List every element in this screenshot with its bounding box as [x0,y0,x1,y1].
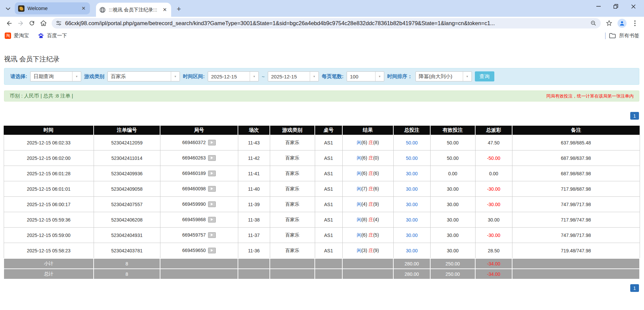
cell-session: 11-36 [238,243,270,259]
url-text[interactable]: 66cxkj98.com/ipl/portal.php/game/betreco… [65,20,590,26]
cell-total-bet[interactable]: 30.00 [393,181,430,197]
cell-result: 闲(6) 庄(8) [342,135,393,150]
cell-time: 2025-12-15 05:58:23 [4,243,94,259]
summary-count: 8 [94,258,160,269]
cell-session: 11-43 [238,135,270,150]
browser-toolbar: 66cxkj98.com/ipl/portal.php/game/betreco… [0,17,644,29]
bet-record-table: 时间注单编号局号场次游戏类别桌号结果总投注有效投注总派彩备注 2025-12-1… [3,126,640,280]
tab-welcome[interactable]: Welcome ✕ [15,2,90,14]
home-icon[interactable] [38,17,49,29]
minimize-button[interactable] [590,0,607,13]
same-round-note: 同局有效投注，统一计算在该局第一张注单内 [546,93,634,99]
cell-bet-no: 523042412059 [94,135,160,150]
page-title: 视讯 会员下注纪录 [4,55,60,64]
cell-result: 闲(6) 庄(6) [342,166,393,181]
summary-count: 8 [94,269,160,279]
toolbar-right [603,17,641,29]
cell-round-no: 669459990 [160,197,238,212]
table-row: 2025-12-15 06:00:17523042407557669459990… [4,197,640,212]
cell-table-no: AS1 [315,135,342,150]
cell-valid-bet: 50.00 [430,150,475,166]
all-bookmarks[interactable]: 所有书签 [605,33,639,39]
cell-game-type: 百家乐 [270,197,315,212]
bet-table-body: 2025-12-15 06:02:33523042412059669460372… [4,135,640,280]
subtotal-row: 小计8280.00250.00-34.00 [4,258,640,269]
bookmark-star-icon[interactable] [603,17,615,29]
pagination-page-1-top[interactable]: 1 [630,112,639,120]
game-type-select[interactable]: 百家乐 ▼ [107,71,180,81]
cell-table-no: AS1 [315,212,342,228]
cell-total-bet[interactable]: 50.00 [393,150,430,166]
player-result: 闲 [357,232,361,238]
cell-total-bet[interactable]: 50.00 [393,135,430,150]
video-replay-icon[interactable] [208,155,216,161]
address-bar[interactable]: 66cxkj98.com/ipl/portal.php/game/betreco… [52,18,601,28]
cell-bet-no: 523042407557 [94,197,160,212]
cell-bet-no: 523042403781 [94,243,160,259]
tab-betrecord[interactable]: :::视讯 会员下注纪录::: ✕ [96,3,171,17]
cell-total-bet[interactable]: 30.00 [393,228,430,243]
total-bet-link[interactable]: 50.00 [406,156,417,161]
total-row: 总计8280.00250.00-34.00 [4,269,640,279]
date-from-select[interactable]: 2025-12-15 ▼ [208,71,259,81]
chevron-down-icon: ▼ [72,72,81,81]
query-type-select[interactable]: 日期查询 ▼ [30,71,81,81]
sort-select[interactable]: 降冪(由大到小) ▼ [415,71,472,81]
pagination-page-1-bottom[interactable]: 1 [630,284,639,292]
date-to-select[interactable]: 2025-12-15 ▼ [268,71,319,81]
total-bet-link[interactable]: 30.00 [406,233,417,238]
total-bet-link[interactable]: 30.00 [406,171,417,176]
menu-dots-icon[interactable] [629,17,641,29]
cell-total-bet[interactable]: 30.00 [393,197,430,212]
video-replay-icon[interactable] [208,140,216,145]
date-separator: ~ [262,74,265,79]
page-size-select[interactable]: 100 ▼ [347,71,384,81]
restore-button[interactable] [607,0,625,13]
video-replay-icon[interactable] [208,248,216,253]
video-replay-icon[interactable] [208,217,216,223]
cell-total-bet[interactable]: 30.00 [393,212,430,228]
folder-icon [609,33,616,39]
column-header: 时间 [4,126,94,135]
bookmark-baidu[interactable]: 百度一下 [38,33,67,39]
query-button[interactable]: 查询 [475,71,494,81]
video-replay-icon[interactable] [208,201,216,207]
forward-icon[interactable] [15,17,26,29]
banker-result: 庄 [368,248,373,253]
summary-empty [315,269,342,279]
site-info-tune-icon[interactable] [56,20,62,26]
video-replay-icon[interactable] [208,232,216,238]
column-header: 有效投注 [430,126,475,135]
video-replay-icon[interactable] [208,171,216,176]
cell-total-bet[interactable]: 30.00 [393,166,430,181]
total-bet-link[interactable]: 30.00 [406,202,417,207]
table-row: 2025-12-15 06:02:33523042412059669460372… [4,135,640,150]
total-bet-link[interactable]: 30.00 [406,248,417,253]
cell-result: 闲(7) 庄(6) [342,181,393,197]
tab-close-icon[interactable]: ✕ [81,5,87,11]
cell-game-type: 百家乐 [270,181,315,197]
new-tab-button[interactable]: + [174,4,184,14]
back-icon[interactable] [3,17,15,29]
cell-time: 2025-12-15 05:59:00 [4,228,94,243]
close-button[interactable] [625,0,642,13]
summary-empty [270,258,315,269]
total-bet-link[interactable]: 50.00 [406,140,417,145]
summary-empty [160,269,238,279]
bookmark-aitaobao[interactable]: 淘 爱淘宝 [5,33,29,39]
video-replay-icon[interactable] [208,186,216,192]
chevron-down-icon: ▼ [310,72,318,81]
reload-icon[interactable] [26,17,38,29]
column-header: 结果 [342,126,393,135]
cell-valid-bet: 0.00 [430,166,475,181]
zoom-out-icon[interactable] [590,20,597,26]
cell-total-bet[interactable]: 30.00 [393,243,430,259]
profile-avatar[interactable] [617,19,627,28]
table-row: 2025-12-15 05:58:23523042403781669459650… [4,243,640,259]
cell-valid-bet: 30.00 [430,181,475,197]
tab-close-icon[interactable]: ✕ [162,7,168,13]
tab-search-chevron-icon[interactable] [3,4,13,13]
total-bet-link[interactable]: 30.00 [406,217,417,223]
total-bet-link[interactable]: 30.00 [406,186,417,192]
cell-result: 闲(3) 庄(9) [342,243,393,259]
